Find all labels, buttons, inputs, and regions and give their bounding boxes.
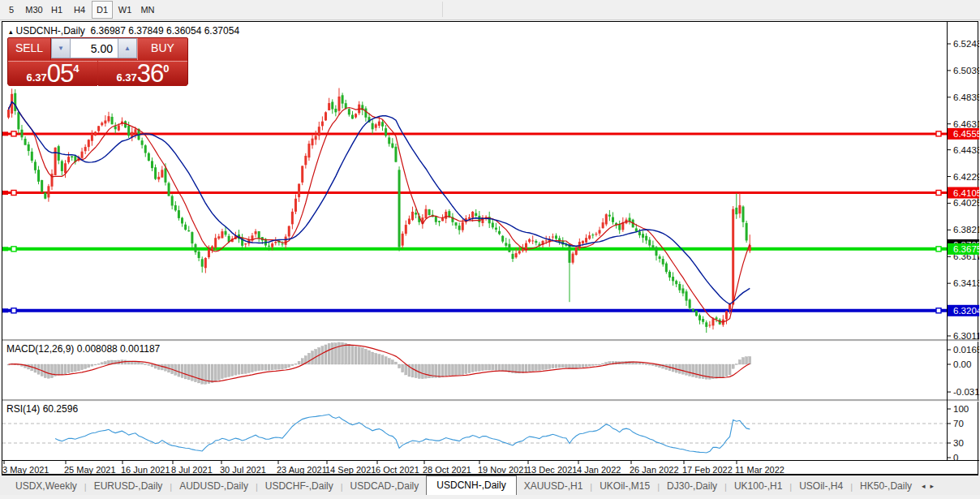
tab-scroll-right-icon[interactable]: ▸: [928, 482, 937, 495]
macd-bar: [599, 364, 601, 365]
macd-bar: [217, 364, 220, 380]
macd-bar: [558, 364, 561, 368]
sell-price-main: 05: [47, 62, 73, 86]
macd-bar: [411, 364, 414, 377]
tab-usdx-weekly[interactable]: USDX,Weekly: [8, 478, 84, 495]
candle-body: [318, 127, 320, 136]
candle-body: [334, 109, 337, 112]
level-handle-icon[interactable]: [11, 308, 16, 313]
candle-body: [214, 238, 217, 247]
candle-body: [582, 241, 584, 243]
timeframe-d1[interactable]: D1: [92, 1, 113, 19]
candle-body: [148, 153, 150, 161]
candle-body: [255, 231, 257, 234]
candle-body: [328, 103, 330, 110]
tab-usdchf-daily[interactable]: USDCHF-,Daily: [258, 478, 341, 495]
candle-body: [675, 281, 677, 284]
candle-body: [288, 226, 290, 237]
timeframe-m30[interactable]: M30: [24, 1, 45, 19]
candle-body: [315, 136, 317, 140]
macd-bar: [198, 364, 200, 383]
price-axis-tick-label: 6.50390: [953, 66, 979, 75]
candle-body: [642, 234, 644, 238]
buy-price-button[interactable]: 6.37360: [98, 61, 187, 86]
buy-button[interactable]: BUY: [137, 38, 187, 60]
candle-body: [337, 97, 340, 111]
macd-bar: [124, 360, 127, 364]
macd-bar: [364, 349, 367, 364]
timeframe-h4[interactable]: H4: [69, 1, 90, 19]
level-handle-icon[interactable]: [936, 308, 941, 313]
level-handle-icon[interactable]: [11, 191, 16, 196]
tab-eurusd-daily[interactable]: EURUSD-,Daily: [87, 478, 170, 495]
candle-body: [161, 170, 163, 177]
candle-body: [151, 161, 153, 168]
candle-body: [512, 254, 514, 259]
sell-price-button[interactable]: 6.37054: [8, 61, 97, 86]
candle-body: [725, 312, 728, 320]
macd-bar: [74, 364, 76, 372]
level-left-handle[interactable]: [2, 247, 8, 251]
tab-hk50-daily[interactable]: HK50-,Daily: [853, 478, 919, 495]
timeframe-w1[interactable]: W1: [114, 1, 135, 19]
level-left-handle[interactable]: [2, 191, 8, 195]
timeframe-h1[interactable]: H1: [46, 1, 67, 19]
tab-dj30-daily[interactable]: DJ30-,Daily: [660, 478, 724, 495]
macd-bar: [698, 364, 701, 378]
price-chart-canvas[interactable]: 6.524306.503906.483506.463106.443306.422…: [2, 22, 979, 476]
macd-bar: [488, 364, 491, 370]
volume-decrease-button[interactable]: ▼: [51, 38, 71, 58]
candle-body: [645, 236, 647, 241]
candle-body: [528, 239, 531, 242]
macd-bar: [689, 364, 691, 376]
candle-body: [599, 230, 601, 234]
timeframe-5[interactable]: 5: [1, 1, 22, 19]
volume-increase-button[interactable]: ▲: [118, 38, 137, 58]
level-handle-icon[interactable]: [936, 247, 941, 252]
sell-button[interactable]: SELL: [8, 38, 51, 60]
tab-xauusd-h1[interactable]: XAUUSD-,H1: [517, 478, 591, 495]
date-label: 6 Oct 2021: [376, 465, 419, 475]
level-left-handle[interactable]: [2, 308, 8, 312]
level-handle-icon[interactable]: [936, 131, 941, 136]
macd-bar: [104, 362, 106, 364]
macd-bar: [642, 363, 644, 364]
candle-body: [478, 216, 480, 222]
volume-input[interactable]: [71, 38, 118, 58]
level-handle-icon[interactable]: [936, 191, 941, 196]
macd-bar: [234, 364, 237, 375]
tab-usoil-h4[interactable]: USOil-,H4: [792, 478, 850, 495]
tab-usdcad-daily[interactable]: USDCAD-,Daily: [343, 478, 427, 495]
candle-body: [154, 167, 157, 179]
symbol-name: USDCNH-,Daily: [16, 25, 85, 37]
tab-ukoil-m15[interactable]: UKOil-,M15: [592, 478, 657, 495]
sell-price-pip: 4: [73, 62, 79, 75]
macd-bar: [394, 362, 397, 364]
rsi-axis-tick-label: 0: [953, 453, 958, 462]
candle-body: [501, 236, 504, 242]
level-left-handle[interactable]: [2, 131, 8, 136]
candle-body: [552, 237, 554, 238]
tab-uk100-h1[interactable]: UK100-,H1: [727, 478, 789, 495]
tab-audusd-daily[interactable]: AUDUSD-,Daily: [172, 478, 256, 495]
macd-bar: [428, 364, 431, 378]
level-handle-icon[interactable]: [11, 247, 16, 252]
tab-usdcnh-daily[interactable]: USDCNH-,Daily: [426, 475, 516, 495]
tab-scroll-left-icon[interactable]: ◂: [919, 482, 928, 495]
candle-body: [268, 246, 270, 247]
candle-body: [164, 168, 166, 182]
candle-body: [585, 238, 587, 243]
collapse-panel-icon[interactable]: ▴: [9, 28, 13, 36]
macd-bar: [421, 364, 423, 379]
macd-bar: [398, 364, 401, 368]
macd-bar: [525, 364, 527, 372]
candle-body: [191, 232, 193, 243]
macd-bar: [578, 364, 581, 368]
candle-body: [638, 231, 641, 234]
macd-bar: [97, 363, 100, 364]
macd-bar: [81, 364, 84, 370]
candlestick-series: [7, 88, 751, 333]
timeframe-mn[interactable]: MN: [137, 1, 158, 19]
macd-bar: [184, 364, 187, 379]
level-handle-icon[interactable]: [11, 131, 16, 136]
